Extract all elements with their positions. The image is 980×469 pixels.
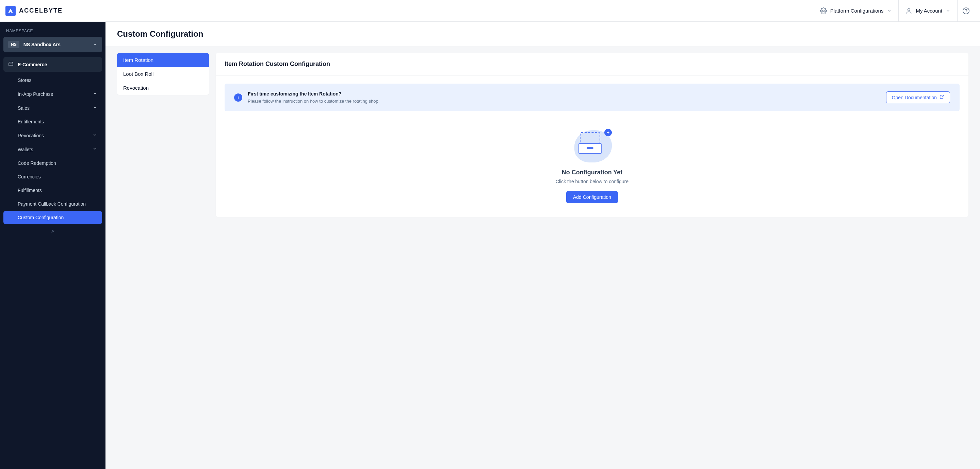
subnav-item-revocation[interactable]: Revocation — [117, 81, 209, 95]
chevron-down-icon — [92, 105, 97, 111]
external-link-icon — [940, 95, 944, 100]
sidebar-item-label: Custom Configuration — [18, 215, 64, 220]
config-panel: Item Rotation Custom Configuration i Fir… — [216, 53, 969, 217]
sidebar-item-label: Entitlements — [18, 119, 44, 124]
sidebar-collapse-handle[interactable]: 〃 — [3, 225, 102, 238]
sidebar-item-label: Sales — [18, 105, 30, 111]
platform-config-label: Platform Configurations — [830, 8, 884, 14]
sidebar-item-label: Currencies — [18, 174, 41, 179]
sidebar-item-sales[interactable]: Sales — [3, 101, 102, 114]
sidebar-item-label: Wallets — [18, 147, 33, 152]
panel-title: Item Rotation Custom Configuration — [216, 53, 969, 76]
gear-icon — [820, 8, 827, 14]
sidebar: NAMESPACE NS NS Sandbox Ars E-Commerce S… — [0, 22, 105, 469]
sidebar-item-label: In-App Purchase — [18, 92, 53, 97]
empty-illustration: + — [572, 129, 612, 163]
sidebar-item-fulfillments[interactable]: Fulfillments — [3, 184, 102, 197]
svg-rect-4 — [9, 63, 13, 66]
sidebar-section-label: E-Commerce — [18, 62, 47, 67]
brand-name: ACCELBYTE — [19, 7, 63, 14]
empty-state-subtext: Click the button below to configure — [216, 179, 969, 184]
brand-logo[interactable]: ACCELBYTE — [5, 6, 63, 16]
namespace-name: NS Sandbox Ars — [24, 42, 89, 47]
chevron-down-icon — [946, 8, 950, 13]
help-icon — [962, 7, 970, 14]
open-documentation-button[interactable]: Open Documentation — [886, 92, 950, 103]
namespace-label: NAMESPACE — [3, 27, 102, 37]
sidebar-item-label: Code Redemption — [18, 160, 56, 166]
page-title: Custom Configuration — [105, 22, 980, 46]
chevron-down-icon — [92, 91, 97, 97]
config-subnav: Item RotationLoot Box RollRevocation — [117, 53, 209, 95]
add-configuration-button[interactable]: Add Configuration — [566, 191, 618, 203]
logo-mark-icon — [5, 6, 16, 16]
plus-icon: + — [605, 129, 612, 136]
chevron-down-icon — [92, 133, 97, 138]
app-header: ACCELBYTE Platform Configurations My Acc… — [0, 0, 980, 22]
header-actions: Platform Configurations My Account — [813, 0, 975, 21]
sidebar-item-label: Revocations — [18, 133, 44, 138]
sidebar-section-ecommerce[interactable]: E-Commerce — [3, 57, 102, 72]
sidebar-item-entitlements[interactable]: Entitlements — [3, 115, 102, 128]
sidebar-item-wallets[interactable]: Wallets — [3, 143, 102, 156]
sidebar-item-in-app-purchase[interactable]: In-App Purchase — [3, 87, 102, 101]
doc-btn-label: Open Documentation — [892, 95, 937, 100]
info-subtext: Please follow the instruction on how to … — [248, 98, 881, 104]
sidebar-item-label: Fulfillments — [18, 188, 42, 193]
chevron-down-icon — [887, 8, 891, 13]
subnav-item-loot-box-roll[interactable]: Loot Box Roll — [117, 67, 209, 81]
chevron-down-icon — [92, 42, 97, 47]
namespace-selector[interactable]: NS NS Sandbox Ars — [3, 37, 102, 52]
sidebar-item-code-redemption[interactable]: Code Redemption — [3, 157, 102, 170]
empty-state-title: No Configuration Yet — [216, 169, 969, 176]
subnav-item-item-rotation[interactable]: Item Rotation — [117, 53, 209, 67]
svg-point-0 — [822, 10, 824, 11]
namespace-badge: NS — [8, 41, 19, 48]
sidebar-item-payment-callback-configuration[interactable]: Payment Callback Configuration — [3, 198, 102, 211]
sidebar-item-label: Payment Callback Configuration — [18, 201, 86, 207]
info-icon: i — [234, 93, 242, 101]
empty-state: + No Configuration Yet Click the button … — [216, 119, 969, 217]
info-banner: i First time customizing the Item Rotati… — [224, 84, 959, 111]
store-icon — [8, 61, 14, 68]
sidebar-item-revocations[interactable]: Revocations — [3, 129, 102, 142]
info-heading: First time customizing the Item Rotation… — [248, 91, 881, 97]
help-button[interactable] — [957, 0, 975, 21]
account-label: My Account — [916, 8, 942, 14]
chevron-down-icon — [92, 146, 97, 152]
sidebar-item-label: Stores — [18, 78, 31, 83]
sidebar-item-stores[interactable]: Stores — [3, 74, 102, 87]
user-icon — [905, 8, 912, 14]
account-menu[interactable]: My Account — [898, 0, 957, 21]
main-content: Custom Configuration Item RotationLoot B… — [105, 22, 980, 469]
svg-point-1 — [908, 8, 910, 11]
sidebar-item-custom-configuration[interactable]: Custom Configuration — [3, 211, 102, 224]
sidebar-item-currencies[interactable]: Currencies — [3, 170, 102, 183]
platform-config-menu[interactable]: Platform Configurations — [813, 0, 899, 21]
